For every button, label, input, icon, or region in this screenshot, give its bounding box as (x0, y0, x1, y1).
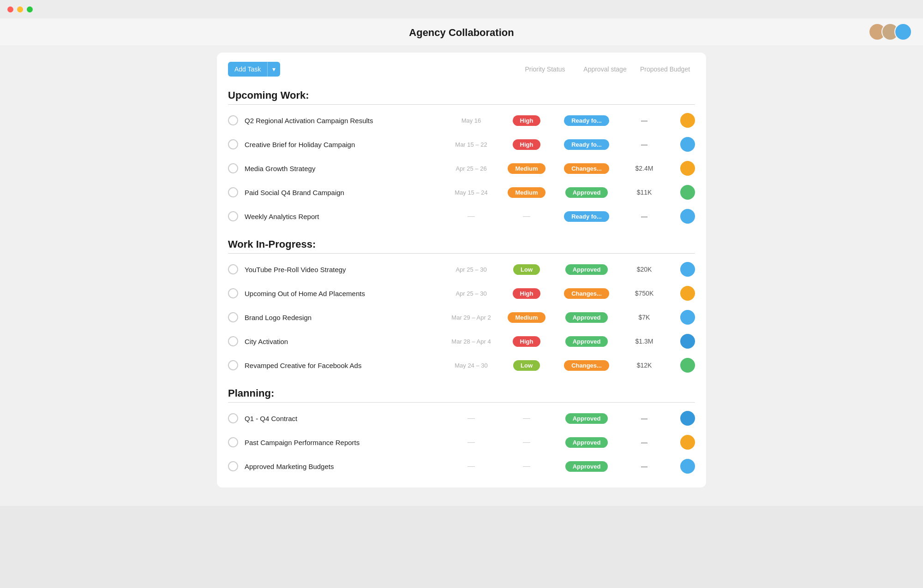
task-date: May 24 – 30 (446, 362, 497, 369)
avatar (680, 209, 695, 224)
traffic-light-red[interactable] (7, 6, 13, 12)
task-checkbox[interactable] (228, 264, 238, 274)
task-avatar (672, 113, 695, 128)
task-checkbox[interactable] (228, 461, 238, 471)
task-date: — (446, 212, 497, 220)
avatar-3 (894, 23, 912, 41)
task-checkbox[interactable] (228, 360, 238, 370)
traffic-light-green[interactable] (27, 6, 33, 12)
task-checkbox[interactable] (228, 312, 238, 322)
task-priority: Low (497, 264, 557, 275)
task-checkbox[interactable] (228, 437, 238, 447)
task-budget: — (617, 141, 672, 148)
task-row: Upcoming Out of Home Ad PlacementsApr 25… (228, 281, 695, 305)
page-header: Agency Collaboration (0, 18, 923, 45)
section-inprogress: Work In-Progress:YouTube Pre-Roll Video … (228, 235, 695, 377)
task-name: Revamped Creative for Facebook Ads (245, 362, 446, 369)
user-avatars (869, 23, 912, 41)
task-row: Creative Brief for Holiday CampaignMar 1… (228, 132, 695, 156)
priority-badge: Medium (508, 187, 545, 198)
task-avatar (672, 459, 695, 474)
task-row: Weekly Analytics Report——Ready fo...— (228, 204, 695, 228)
avatar (680, 411, 695, 426)
approval-badge: Approved (565, 461, 608, 472)
priority-badge: Low (513, 360, 540, 371)
avatar (680, 113, 695, 128)
task-checkbox[interactable] (228, 211, 238, 221)
sections-container: Upcoming Work:Q2 Regional Activation Cam… (228, 86, 695, 478)
task-priority: — (497, 462, 557, 470)
add-task-dropdown-arrow[interactable]: ▾ (267, 62, 280, 77)
section-divider-upcoming (228, 104, 695, 105)
task-budget: — (617, 415, 672, 422)
task-checkbox[interactable] (228, 413, 238, 423)
task-date: — (446, 438, 497, 446)
avatar (680, 137, 695, 152)
task-budget: $11K (617, 189, 672, 196)
task-checkbox[interactable] (228, 288, 238, 298)
priority-badge: Medium (508, 163, 545, 174)
approval-badge: Ready fo... (564, 139, 609, 150)
task-checkbox[interactable] (228, 163, 238, 173)
task-budget: — (617, 439, 672, 446)
task-priority: High (497, 139, 557, 150)
task-approval: Approved (557, 336, 617, 347)
task-name: Paid Social Q4 Brand Campaign (245, 189, 446, 196)
toolbar: Add Task ▾ Priority Status Approval stag… (228, 62, 695, 77)
column-headers: Priority Status Approval stage Proposed … (515, 65, 695, 73)
task-priority: — (497, 414, 557, 422)
task-budget: $12K (617, 362, 672, 369)
approval-badge: Approved (565, 437, 608, 448)
task-priority: Medium (497, 187, 557, 198)
approval-badge: Changes... (564, 163, 609, 174)
priority-badge: Medium (508, 312, 545, 323)
task-checkbox[interactable] (228, 115, 238, 125)
add-task-button[interactable]: Add Task ▾ (228, 62, 280, 77)
task-checkbox[interactable] (228, 336, 238, 346)
task-name: City Activation (245, 338, 446, 345)
task-avatar (672, 209, 695, 224)
task-avatar (672, 286, 695, 301)
priority-badge: High (513, 139, 541, 150)
task-row: Q2 Regional Activation Campaign ResultsM… (228, 108, 695, 132)
approval-badge: Approved (565, 336, 608, 347)
task-card: Add Task ▾ Priority Status Approval stag… (217, 53, 706, 487)
task-approval: Ready fo... (557, 139, 617, 150)
task-priority: — (497, 438, 557, 446)
task-name: Past Campaign Performance Reports (245, 439, 446, 446)
add-task-label: Add Task (228, 62, 267, 77)
task-approval: Ready fo... (557, 115, 617, 126)
task-date: Mar 28 – Apr 4 (446, 338, 497, 345)
priority-badge: High (513, 336, 541, 347)
task-budget: $750K (617, 290, 672, 297)
task-approval: Approved (557, 437, 617, 448)
task-date: May 15 – 24 (446, 189, 497, 196)
task-approval: Approved (557, 187, 617, 198)
task-date: — (446, 462, 497, 470)
task-row: City ActivationMar 28 – Apr 4HighApprove… (228, 329, 695, 353)
section-divider-inprogress (228, 253, 695, 254)
task-priority: High (497, 115, 557, 126)
task-date: Apr 25 – 26 (446, 165, 497, 172)
task-name: Approved Marketing Budgets (245, 463, 446, 470)
task-priority: — (497, 212, 557, 220)
task-avatar (672, 137, 695, 152)
task-checkbox[interactable] (228, 187, 238, 197)
task-budget: $7K (617, 314, 672, 321)
task-approval: Approved (557, 264, 617, 275)
task-checkbox[interactable] (228, 139, 238, 149)
task-row: Q1 - Q4 Contract——Approved— (228, 406, 695, 430)
task-priority: Medium (497, 312, 557, 323)
task-approval: Approved (557, 413, 617, 424)
task-avatar (672, 435, 695, 450)
task-date: — (446, 414, 497, 422)
task-avatar (672, 310, 695, 325)
title-bar (0, 0, 923, 18)
approval-badge: Changes... (564, 288, 609, 299)
avatar (680, 459, 695, 474)
task-budget: $1.3M (617, 338, 672, 345)
approval-badge: Approved (565, 413, 608, 424)
traffic-light-yellow[interactable] (17, 6, 23, 12)
task-date: Mar 15 – 22 (446, 141, 497, 148)
task-approval: Approved (557, 312, 617, 323)
